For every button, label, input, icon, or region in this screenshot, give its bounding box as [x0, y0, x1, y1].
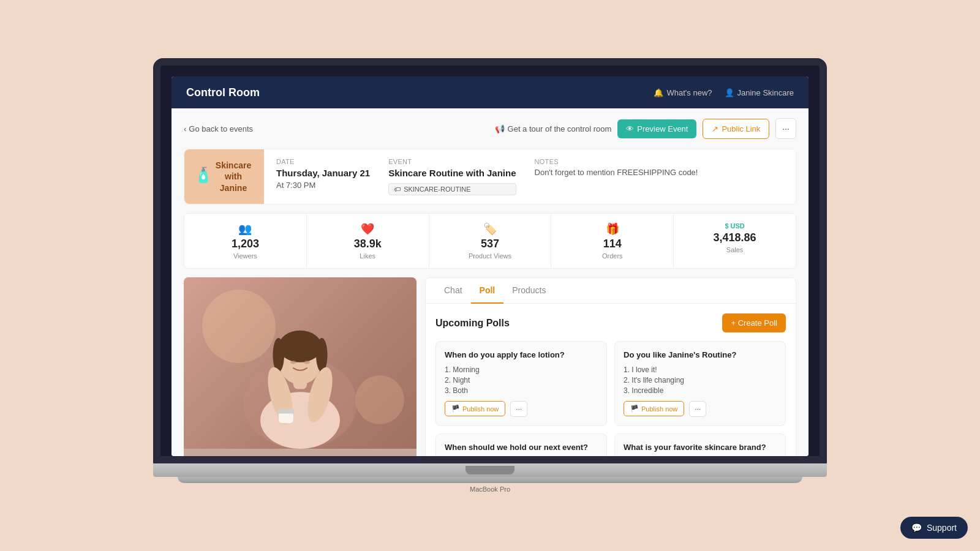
poll-1-more-button[interactable]: ···	[510, 401, 527, 417]
svg-point-7	[290, 361, 296, 364]
svg-point-8	[304, 361, 310, 364]
user-icon: 👤	[725, 88, 734, 97]
live-video	[184, 277, 417, 456]
event-notes-section: Notes Don't forget to mention FREESHIPPI…	[535, 158, 783, 195]
stat-likes: ❤️ 38.9k Likes	[307, 214, 429, 268]
stat-product-views: 🏷️ 537 Product Views	[429, 214, 552, 268]
polls-header: Upcoming Polls + Create Poll	[435, 313, 786, 332]
support-button[interactable]: 💬 Support	[900, 517, 968, 539]
breadcrumb-actions: 📢 Get a tour of the control room 👁 Previ…	[495, 118, 796, 139]
right-panel: Chat Poll Products Upcoming Polls + Crea…	[425, 277, 796, 456]
breadcrumb-bar: ‹ Go back to events 📢 Get a tour of the …	[184, 118, 796, 139]
flag-icon: 🏴	[451, 405, 460, 413]
publish-poll-1-button[interactable]: 🏴 Publish now	[445, 401, 505, 416]
thumbnail-icon: 🧴	[194, 167, 213, 184]
megaphone-icon: 📢	[495, 124, 505, 133]
more-button[interactable]: ···	[775, 118, 796, 139]
panel-body: Upcoming Polls + Create Poll When do you…	[426, 304, 796, 456]
chat-bubble-icon: 💬	[911, 523, 922, 533]
likes-icon: ❤️	[361, 222, 374, 236]
stats-row: 👥 1,203 Viewers ❤️ 38.9k Likes 🏷️ 537	[184, 213, 796, 269]
svg-point-5	[316, 338, 328, 372]
panel-tabs: Chat Poll Products	[426, 278, 796, 304]
event-card: 🧴 Skincare with Janine Date Thursday, Ja…	[184, 149, 796, 204]
chevron-left-icon: ‹	[184, 124, 186, 133]
stat-viewers: 👥 1,203 Viewers	[184, 214, 307, 268]
stat-sales: $ USD 3,418.86 Sales	[674, 214, 796, 268]
top-nav: Control Room 🔔 What's new? 👤 Janine Skin…	[172, 77, 809, 108]
create-poll-button[interactable]: + Create Poll	[722, 313, 786, 332]
app-title: Control Room	[186, 86, 260, 99]
preview-event-button[interactable]: 👁 Preview Event	[617, 119, 696, 138]
tag-icon: 🏷	[394, 186, 401, 193]
viewers-icon: 👥	[238, 222, 252, 236]
event-thumbnail: 🧴 Skincare with Janine	[184, 149, 264, 204]
poll-card-1: When do you apply face lotion? 1. Mornin…	[435, 341, 607, 426]
external-link-icon: ↗	[712, 124, 718, 133]
main-content: ‹ Go back to events 📢 Get a tour of the …	[172, 108, 809, 456]
svg-point-6	[273, 338, 284, 372]
flag-icon: 🏴	[630, 405, 639, 413]
tab-chat[interactable]: Chat	[435, 278, 471, 304]
eye-icon: 👁	[626, 124, 634, 133]
event-tag: 🏷 SKINCARE-ROUTINE	[388, 183, 516, 195]
polls-title: Upcoming Polls	[435, 318, 510, 329]
bell-icon: 🔔	[654, 88, 663, 97]
event-details: Date Thursday, January 21 At 7:30 PM Eve…	[264, 149, 796, 204]
user-menu[interactable]: 👤 Janine Skincare	[725, 88, 794, 97]
tab-products[interactable]: Products	[503, 278, 554, 304]
back-link[interactable]: ‹ Go back to events	[184, 124, 253, 133]
public-link-button[interactable]: ↗ Public Link	[703, 119, 769, 139]
video-placeholder	[184, 277, 417, 449]
orders-icon: 🎁	[606, 222, 619, 236]
poll-card-2: Do you like Janine's Routine? 1. I love …	[614, 341, 786, 426]
tour-link[interactable]: 📢 Get a tour of the control room	[495, 124, 612, 133]
poll-2-more-button[interactable]: ···	[689, 401, 706, 417]
event-date-section: Date Thursday, January 21 At 7:30 PM	[276, 158, 370, 195]
product-views-icon: 🏷️	[483, 222, 497, 236]
svg-rect-13	[277, 409, 295, 413]
poll-card-3: When should we hold our next event? 1. M…	[435, 433, 607, 456]
polls-grid: When do you apply face lotion? 1. Mornin…	[435, 341, 786, 456]
tab-poll[interactable]: Poll	[471, 278, 504, 304]
svg-point-4	[279, 331, 322, 362]
whats-new-link[interactable]: 🔔 What's new?	[654, 88, 712, 97]
lower-section: Chat Poll Products Upcoming Polls + Crea…	[184, 277, 796, 456]
publish-poll-2-button[interactable]: 🏴 Publish now	[624, 401, 684, 416]
poll-card-4: What is your favorite skincare brand? 1.…	[614, 433, 786, 456]
stat-orders: 🎁 114 Orders	[551, 214, 674, 268]
event-name-section: Event Skincare Routine with Janine 🏷 SKI…	[388, 158, 516, 195]
nav-right: 🔔 What's new? 👤 Janine Skincare	[654, 88, 794, 97]
